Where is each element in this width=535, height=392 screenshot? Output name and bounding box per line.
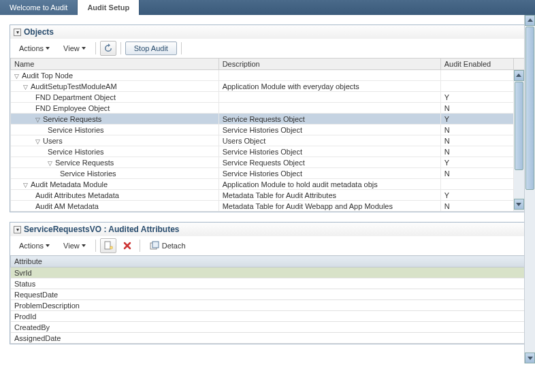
column-description[interactable]: Description — [218, 59, 440, 70]
add-button[interactable] — [100, 238, 116, 253]
row-name: Service Histories — [60, 169, 116, 178]
scroll-up-icon[interactable] — [514, 70, 524, 81]
table-row[interactable]: SvrId — [11, 267, 525, 278]
view-menu[interactable]: View — [58, 43, 91, 54]
row-audit: Y — [440, 92, 513, 103]
table-row[interactable]: FND Department ObjectY — [11, 92, 525, 103]
row-audit: Y — [440, 157, 513, 168]
detach-button[interactable]: Detach — [144, 240, 191, 252]
row-description: Users Object — [218, 135, 440, 146]
row-description: Service Histories Object — [218, 125, 440, 135]
table-row[interactable]: Service HistoriesService Histories Objec… — [11, 125, 525, 135]
table-row[interactable]: ▽Service RequestsService Requests Object… — [11, 114, 525, 125]
tree-toggle-icon[interactable]: ▽ — [14, 73, 20, 80]
tab-audit-setup[interactable]: Audit Setup — [78, 0, 140, 15]
objects-tree-table: Name Description Audit Enabled ▽Audit To… — [10, 58, 525, 212]
tree-toggle-icon[interactable]: ▽ — [23, 182, 29, 189]
tree-toggle-icon[interactable]: ▽ — [35, 138, 42, 145]
table-row[interactable]: FND Employee ObjectN — [11, 103, 525, 114]
row-name: AuditSetupTestModuleAM — [31, 82, 117, 91]
tab-welcome[interactable]: Welcome to Audit — [0, 0, 78, 15]
row-description: Service Requests Object — [218, 114, 440, 125]
row-description: Application Module to hold audit metadat… — [218, 179, 440, 190]
table-row[interactable]: Service HistoriesService Histories Objec… — [11, 168, 525, 179]
scroll-down-icon[interactable] — [514, 199, 524, 210]
stop-audit-button[interactable]: Stop Audit — [125, 42, 177, 55]
attributes-panel: ▾ ServiceRequestsVO : Audited Attributes… — [10, 222, 525, 344]
table-row[interactable]: CreatedBy — [11, 322, 525, 333]
tab-strip: Welcome to Audit Audit Setup — [0, 0, 535, 15]
row-audit: Y — [440, 190, 513, 201]
row-audit: N — [440, 135, 513, 146]
row-description: Metadata Table for Audit Attributes — [218, 190, 440, 201]
scroll-down-icon[interactable] — [525, 353, 535, 363]
row-description — [218, 70, 440, 81]
row-name: Audit Attributes Metadata — [35, 191, 119, 199]
detach-icon — [150, 241, 159, 250]
row-description: Application Module with everyday objects — [218, 81, 440, 92]
collapse-icon[interactable]: ▾ — [14, 29, 21, 36]
tree-toggle-icon[interactable]: ▽ — [35, 116, 42, 123]
table-row[interactable]: ▽AuditSetupTestModuleAMApplication Modul… — [11, 81, 525, 92]
attribute-name: SvrId — [11, 267, 525, 278]
tree-toggle-icon[interactable]: ▽ — [23, 84, 29, 91]
tree-toggle-icon[interactable]: ▽ — [48, 160, 54, 167]
caret-down-icon — [82, 47, 86, 50]
table-row[interactable]: ProblemDescription — [11, 300, 525, 311]
detach-label: Detach — [162, 242, 186, 250]
refresh-button[interactable] — [100, 41, 116, 56]
view-label: View — [63, 44, 80, 52]
attribute-name: RequestDate — [11, 289, 525, 300]
objects-panel-title: Objects — [24, 27, 54, 37]
column-audit-enabled[interactable]: Audit Enabled — [440, 59, 513, 70]
scroll-thumb[interactable] — [515, 82, 523, 170]
scroll-gutter — [513, 59, 524, 70]
row-name: Service Histories — [48, 126, 104, 134]
caret-down-icon — [46, 244, 50, 247]
table-row[interactable]: Audit Attributes MetadataMetadata Table … — [11, 190, 525, 201]
row-audit — [440, 179, 513, 190]
attributes-panel-title: ServiceRequestsVO : Audited Attributes — [24, 225, 180, 234]
column-attribute[interactable]: Attribute — [11, 256, 525, 267]
attribute-name: ProblemDescription — [11, 300, 525, 311]
table-row[interactable]: RequestDate — [11, 289, 525, 300]
actions-menu[interactable]: Actions — [14, 43, 55, 54]
row-audit: N — [440, 125, 513, 135]
actions-label: Actions — [19, 44, 44, 52]
row-description: Service Histories Object — [218, 168, 440, 179]
column-name[interactable]: Name — [11, 59, 219, 70]
row-name: Audit AM Metadata — [35, 202, 99, 210]
view-menu[interactable]: View — [58, 240, 91, 251]
table-row[interactable]: ▽Service RequestsService Requests Object… — [11, 157, 525, 168]
row-name: Service Requests — [43, 115, 101, 123]
table-row[interactable]: ▽Audit Top Node — [11, 70, 525, 81]
separator — [120, 42, 121, 54]
svg-rect-0 — [105, 242, 110, 249]
table-row[interactable]: Service HistoriesService Histories Objec… — [11, 146, 525, 157]
attribute-name: AssignedDate — [11, 333, 525, 344]
table-scrollbar[interactable] — [513, 70, 524, 212]
table-row[interactable]: Audit AM MetadataMetadata Table for Audi… — [11, 201, 525, 212]
row-name: Service Histories — [48, 148, 104, 156]
scroll-thumb[interactable] — [525, 27, 534, 190]
attributes-table: Attribute SvrIdStatusRequestDateProblemD… — [10, 255, 525, 344]
caret-down-icon — [82, 244, 86, 247]
caret-down-icon — [46, 47, 50, 50]
table-row[interactable]: Status — [11, 278, 525, 289]
scroll-up-icon[interactable] — [525, 15, 535, 26]
separator — [181, 42, 182, 54]
page-scrollbar[interactable] — [524, 15, 535, 363]
attribute-name: Status — [11, 278, 525, 289]
row-name: Users — [43, 137, 63, 145]
table-row[interactable]: ProdId — [11, 311, 525, 322]
table-row[interactable]: ▽UsersUsers ObjectN — [11, 135, 525, 146]
table-row[interactable]: ▽Audit Metadata ModuleApplication Module… — [11, 179, 525, 190]
svg-rect-3 — [152, 242, 159, 248]
table-row[interactable]: AssignedDate — [11, 333, 525, 344]
collapse-icon[interactable]: ▾ — [14, 226, 21, 233]
row-audit — [440, 81, 513, 92]
row-audit: N — [440, 201, 513, 212]
row-description — [218, 92, 440, 103]
delete-button[interactable] — [119, 238, 135, 253]
actions-menu[interactable]: Actions — [14, 240, 55, 251]
